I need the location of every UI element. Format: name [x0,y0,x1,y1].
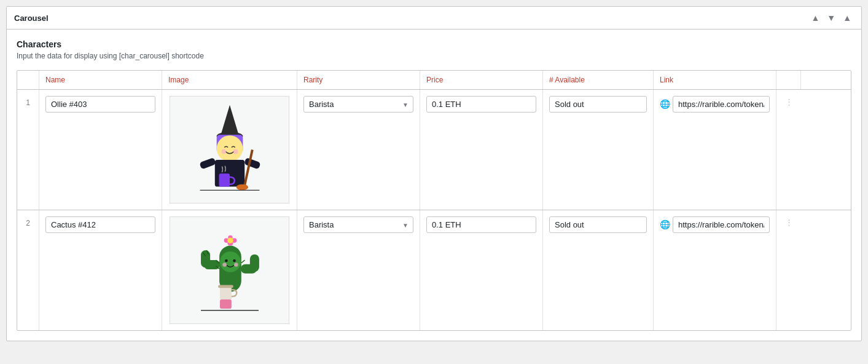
svg-rect-8 [243,157,260,170]
row-2-num: 2 [17,210,39,330]
row-1-link-input[interactable] [673,96,770,113]
row-1-rarity-select-wrapper: Barista Common Rare Epic ▼ [303,96,413,113]
svg-point-24 [234,263,238,267]
row-2-image-box [170,216,289,324]
svg-point-21 [225,259,228,263]
row-1-link-cell: 🌐 [654,90,776,210]
widget-body: Characters Input the data for display us… [7,30,861,341]
row-1-price-cell [420,90,543,210]
row-1-drag-handle[interactable]: ⋮ [776,90,801,210]
header-image: Image [162,71,297,89]
svg-rect-11 [219,173,229,186]
svg-point-3 [216,135,243,162]
row-1-rarity-select[interactable]: Barista Common Rare Epic [303,96,413,113]
widget-title: Carousel [14,14,49,23]
row-2-available-cell [543,210,654,330]
row-1-available-cell [543,90,654,210]
svg-point-29 [227,237,233,243]
table-row: 2 [17,210,851,330]
row-1-available-input[interactable] [549,96,647,113]
svg-rect-15 [201,250,210,267]
widget-down-button[interactable]: ▼ [824,12,838,24]
widget-controls: ▲ ▼ ▲ [808,12,854,24]
header-name: Name [39,71,162,89]
row-2-rarity-select[interactable]: Barista Common Rare Epic [303,216,413,233]
row-1-image-box [170,96,289,204]
link-icon-2: 🌐 [660,220,670,229]
widget-container: Carousel ▲ ▼ ▲ Characters Input the data… [6,6,862,341]
svg-point-10 [236,184,248,191]
svg-line-35 [241,260,244,263]
header-actions [776,71,801,89]
widget-collapse-button[interactable]: ▲ [840,12,854,24]
row-1-num: 1 [17,90,39,210]
svg-rect-17 [249,255,259,272]
svg-marker-0 [221,105,238,135]
svg-rect-7 [199,157,216,170]
row-1-image-cell [162,90,297,210]
header-price: Price [420,71,543,89]
header-rarity: Rarity [297,71,420,89]
svg-point-5 [233,149,238,154]
svg-rect-31 [218,285,233,288]
row-1-rarity-cell: Barista Common Rare Epic ▼ [297,90,420,210]
row-2-drag-handle[interactable]: ⋮ [776,210,801,330]
section-title: Characters [17,39,851,49]
table-header: Name Image Rarity Price # Available Link [17,71,851,90]
link-icon: 🌐 [660,99,670,109]
cactus-character-image [187,223,273,318]
row-2-name-input[interactable] [45,216,155,233]
header-link: Link [654,71,776,89]
row-1-name-cell [39,90,162,210]
row-2-image-cell [162,210,297,330]
row-2-price-input[interactable] [426,216,536,233]
row-2-rarity-cell: Barista Common Rare Epic ▼ [297,210,420,330]
header-num [17,71,39,89]
witch-character-image [187,102,273,197]
row-2-price-cell [420,210,543,330]
svg-point-22 [233,259,236,263]
svg-point-20 [220,251,241,272]
svg-point-4 [221,149,226,154]
widget-header: Carousel ▲ ▼ ▲ [7,7,861,30]
row-1-price-input[interactable] [426,96,536,113]
header-available: # Available [543,71,654,89]
svg-line-9 [244,150,252,186]
svg-rect-32 [220,299,232,309]
row-2-name-cell [39,210,162,330]
row-2-link-input[interactable] [673,216,770,233]
row-2-rarity-select-wrapper: Barista Common Rare Epic ▼ [303,216,413,233]
svg-rect-30 [220,286,232,300]
table-row: 1 [17,90,851,210]
svg-point-23 [222,263,227,267]
row-1-name-input[interactable] [45,96,155,113]
row-2-available-input[interactable] [549,216,647,233]
section-description: Input the data for display using [char_c… [17,52,851,60]
characters-table: Name Image Rarity Price # Available Link… [17,70,851,331]
widget-up-button[interactable]: ▲ [808,12,822,24]
row-2-link-cell: 🌐 [654,210,776,330]
